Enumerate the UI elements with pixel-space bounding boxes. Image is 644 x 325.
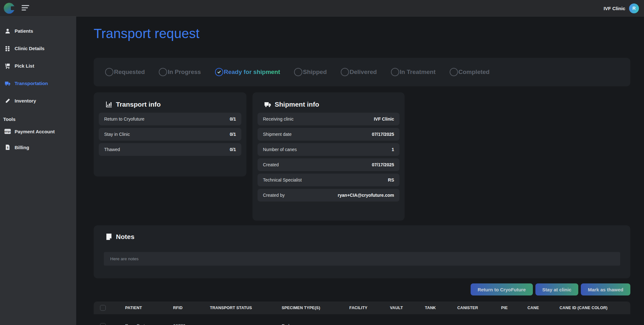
sidebar-item-label: Clinic Details [15, 46, 44, 51]
shipment-info-row: Receiving clinic IVF Clinic [258, 113, 399, 125]
step-circle [294, 68, 302, 76]
column-header-facility[interactable]: FACILITY [349, 302, 367, 314]
sidebar-item-payment-account[interactable]: stripe Payment Account [0, 123, 76, 139]
menu-icon[interactable] [22, 5, 29, 11]
column-header-cane[interactable]: CANE [527, 302, 539, 314]
transport-info-row: Thawed 0/1 [99, 143, 241, 156]
billing-icon: $ [4, 144, 11, 150]
sidebar-item-label: Pick List [15, 63, 34, 69]
return-to-cryofuture-button[interactable]: Return to CryoFuture [471, 283, 533, 295]
clinic-name: IVF Clinic [604, 6, 625, 11]
test-tube-icon [4, 98, 11, 104]
hand-truck-icon [4, 63, 11, 69]
sidebar-item-inventory[interactable]: Inventory [0, 92, 76, 109]
sidebar-item-label: Transportation [15, 81, 48, 86]
column-header-patient[interactable]: PATIENT [125, 302, 142, 314]
main-content: Transport request Requested In Progress … [76, 17, 644, 325]
step-shipped[interactable]: Shipped [294, 68, 327, 76]
sidebar-item-patients[interactable]: Patients [0, 22, 76, 40]
topbar: IVF Clinic R [0, 0, 644, 17]
transport-info-title: Transport info [116, 101, 161, 108]
step-in-treatment[interactable]: In Treatment [391, 68, 436, 76]
transport-info-card: Transport info Return to Cryofuture 0/1 … [94, 92, 246, 176]
shipment-info-card: Shipment info Receiving clinic IVF Clini… [252, 92, 405, 221]
shipment-info-row: Created 07/17/2025 [258, 158, 399, 171]
column-header-canister[interactable]: CANISTER [457, 302, 478, 314]
column-header-transport-status[interactable]: TRANSPORT STATUS [210, 302, 252, 314]
sidebar-item-label: Inventory [15, 98, 36, 103]
row-checkbox[interactable] [100, 323, 106, 325]
step-circle [450, 68, 458, 76]
cell-specimen-types: Embryo [282, 320, 297, 325]
truck-icon [4, 80, 11, 87]
column-header-pie[interactable]: PIE [501, 302, 508, 314]
sidebar-item-billing[interactable]: $ Billing [0, 139, 76, 155]
action-buttons: Return to CryoFuture Stay at clinic Mark… [94, 283, 630, 295]
step-circle [159, 68, 167, 76]
step-requested[interactable]: Requested [105, 68, 145, 76]
sidebar-item-label: Billing [15, 145, 29, 150]
cell-rfid: 66770 [173, 320, 185, 325]
shipment-info-row: Created by ryan+CIA@cryofuture.com [258, 189, 399, 202]
column-header-tank[interactable]: TANK [425, 302, 436, 314]
page-title: Transport request [94, 26, 199, 41]
sidebar-item-pick-list[interactable]: Pick List [0, 57, 76, 75]
step-delivered[interactable]: Delivered [341, 68, 377, 76]
column-header-vault[interactable]: VAULT [390, 302, 403, 314]
column-header-cane-id[interactable]: CANE ID (CANE COLOR) [560, 302, 607, 314]
note-icon [105, 233, 113, 241]
notes-input[interactable] [104, 252, 620, 266]
sidebar-item-clinic-details[interactable]: Clinic Details [0, 40, 76, 57]
step-circle [341, 68, 349, 76]
svg-text:$: $ [7, 146, 9, 149]
stay-at-clinic-button[interactable]: Stay at clinic [535, 283, 579, 295]
column-header-rfid[interactable]: RFID [173, 302, 183, 314]
stripe-icon: stripe [4, 128, 11, 135]
step-completed[interactable]: Completed [450, 68, 490, 76]
shipment-info-title: Shipment info [275, 101, 319, 108]
status-stepper: Requested In Progress Ready for shipment… [94, 58, 630, 86]
table-row[interactable]: Ryan Partner 66770 Embryo [94, 320, 630, 325]
sidebar-section-tools: Tools [3, 115, 76, 123]
select-all-checkbox[interactable] [100, 305, 106, 311]
truck-icon [264, 101, 272, 108]
sidebar-item-label: Payment Account [15, 129, 55, 134]
shipment-info-row: Number of canes 1 [258, 143, 399, 156]
sidebar: Patients Clinic Details Pick List Transp… [0, 17, 76, 325]
cell-patient: Ryan Partner [125, 320, 151, 325]
bar-chart-icon [105, 101, 113, 108]
shipment-info-row: Technical Specialist RS [258, 174, 399, 186]
step-circle [391, 68, 399, 76]
table-header: PATIENT RFID TRANSPORT STATUS SPECIMEN T… [94, 302, 630, 314]
avatar[interactable]: R [629, 3, 639, 13]
column-header-specimen-types[interactable]: SPECIMEN TYPE(S) [282, 302, 320, 314]
notes-title: Notes [116, 233, 134, 241]
step-in-progress[interactable]: In Progress [159, 68, 201, 76]
transport-info-row: Stay in Clinic 0/1 [99, 128, 241, 141]
step-ready-for-shipment[interactable]: Ready for shipment [215, 68, 280, 76]
step-circle [105, 68, 113, 76]
user-icon [4, 28, 11, 34]
sidebar-item-label: Patients [15, 28, 33, 34]
transport-info-row: Return to Cryofuture 0/1 [99, 113, 241, 125]
grid-icon [4, 45, 11, 52]
cryofuture-logo-icon[interactable] [4, 3, 15, 14]
sidebar-item-transportation[interactable]: Transportation [0, 75, 76, 92]
mark-as-thawed-button[interactable]: Mark as thawed [581, 283, 630, 295]
check-icon [215, 68, 223, 76]
notes-card: Notes [94, 225, 630, 278]
shipment-info-row: Shipment date 07/17/2025 [258, 128, 399, 141]
